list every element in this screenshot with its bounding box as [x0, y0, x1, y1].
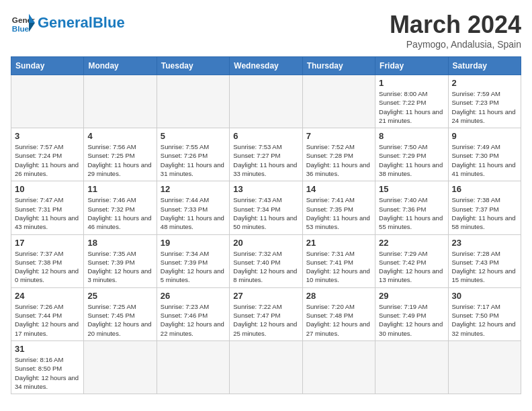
calendar-cell [230, 340, 302, 394]
calendar-cell [302, 340, 375, 394]
day-info: Sunrise: 7:22 AM Sunset: 7:47 PM Dayligh… [233, 302, 298, 338]
day-number: 20 [233, 238, 298, 248]
day-number: 2 [452, 78, 517, 88]
day-info: Sunrise: 7:37 AM Sunset: 7:38 PM Dayligh… [15, 249, 80, 285]
day-number: 30 [452, 291, 517, 301]
day-info: Sunrise: 7:41 AM Sunset: 7:35 PM Dayligh… [306, 195, 371, 231]
day-number: 21 [306, 238, 371, 248]
day-info: Sunrise: 7:43 AM Sunset: 7:34 PM Dayligh… [233, 195, 298, 231]
day-number: 3 [15, 131, 80, 141]
day-number: 27 [233, 291, 298, 301]
col-header-thursday: Thursday [302, 57, 375, 75]
day-number: 8 [379, 131, 444, 141]
calendar-cell [157, 340, 229, 394]
day-info: Sunrise: 7:34 AM Sunset: 7:39 PM Dayligh… [161, 249, 226, 285]
calendar-table: SundayMondayTuesdayWednesdayThursdayFrid… [11, 56, 521, 394]
calendar-cell: 4Sunrise: 7:56 AM Sunset: 7:25 PM Daylig… [84, 128, 157, 181]
logo: General Blue GeneralBlue [11, 11, 125, 35]
calendar-cell [448, 340, 521, 394]
col-header-saturday: Saturday [448, 57, 521, 75]
week-row-3: 17Sunrise: 7:37 AM Sunset: 7:38 PM Dayli… [11, 234, 521, 287]
calendar-cell [230, 75, 302, 128]
day-info: Sunrise: 7:50 AM Sunset: 7:29 PM Dayligh… [379, 142, 444, 178]
calendar-cell: 10Sunrise: 7:47 AM Sunset: 7:31 PM Dayli… [11, 181, 84, 234]
calendar-cell: 8Sunrise: 7:50 AM Sunset: 7:29 PM Daylig… [375, 128, 448, 181]
day-info: Sunrise: 7:52 AM Sunset: 7:28 PM Dayligh… [306, 142, 371, 178]
day-number: 19 [161, 238, 226, 248]
day-info: Sunrise: 7:28 AM Sunset: 7:43 PM Dayligh… [452, 249, 517, 285]
header: General Blue GeneralBlue March 2024 Paym… [11, 11, 521, 50]
day-info: Sunrise: 7:46 AM Sunset: 7:32 PM Dayligh… [87, 195, 152, 231]
day-info: Sunrise: 7:20 AM Sunset: 7:48 PM Dayligh… [306, 302, 371, 338]
day-number: 7 [306, 131, 371, 141]
calendar-cell: 26Sunrise: 7:23 AM Sunset: 7:46 PM Dayli… [157, 287, 229, 340]
day-number: 1 [379, 78, 444, 88]
calendar-cell: 19Sunrise: 7:34 AM Sunset: 7:39 PM Dayli… [157, 234, 229, 287]
day-info: Sunrise: 7:55 AM Sunset: 7:26 PM Dayligh… [161, 142, 226, 178]
day-number: 22 [379, 238, 444, 248]
calendar-cell: 9Sunrise: 7:49 AM Sunset: 7:30 PM Daylig… [448, 128, 521, 181]
day-number: 29 [379, 291, 444, 301]
calendar-cell: 22Sunrise: 7:29 AM Sunset: 7:42 PM Dayli… [375, 234, 448, 287]
day-info: Sunrise: 7:44 AM Sunset: 7:33 PM Dayligh… [161, 195, 226, 231]
day-info: Sunrise: 8:16 AM Sunset: 8:50 PM Dayligh… [15, 355, 80, 391]
day-number: 5 [161, 131, 226, 141]
calendar-cell: 21Sunrise: 7:31 AM Sunset: 7:41 PM Dayli… [302, 234, 375, 287]
col-header-monday: Monday [84, 57, 157, 75]
day-info: Sunrise: 7:56 AM Sunset: 7:25 PM Dayligh… [87, 142, 152, 178]
calendar-cell: 11Sunrise: 7:46 AM Sunset: 7:32 PM Dayli… [84, 181, 157, 234]
calendar-cell: 15Sunrise: 7:40 AM Sunset: 7:36 PM Dayli… [375, 181, 448, 234]
day-number: 28 [306, 291, 371, 301]
day-info: Sunrise: 7:17 AM Sunset: 7:50 PM Dayligh… [452, 302, 517, 338]
calendar-cell: 3Sunrise: 7:57 AM Sunset: 7:24 PM Daylig… [11, 128, 84, 181]
day-number: 9 [452, 131, 517, 141]
week-row-4: 24Sunrise: 7:26 AM Sunset: 7:44 PM Dayli… [11, 287, 521, 340]
calendar-cell: 6Sunrise: 7:53 AM Sunset: 7:27 PM Daylig… [230, 128, 302, 181]
calendar-cell: 20Sunrise: 7:32 AM Sunset: 7:40 PM Dayli… [230, 234, 302, 287]
calendar-cell [84, 340, 157, 394]
day-number: 16 [452, 184, 517, 194]
day-number: 23 [452, 238, 517, 248]
day-info: Sunrise: 8:00 AM Sunset: 7:22 PM Dayligh… [379, 89, 444, 125]
calendar-cell: 2Sunrise: 7:59 AM Sunset: 7:23 PM Daylig… [448, 75, 521, 128]
logo-text: GeneralBlue [38, 15, 125, 31]
svg-marker-3 [29, 23, 35, 32]
day-number: 13 [233, 184, 298, 194]
location-subtitle: Paymogo, Andalusia, Spain [390, 39, 521, 50]
day-info: Sunrise: 7:26 AM Sunset: 7:44 PM Dayligh… [15, 302, 80, 338]
calendar-cell [11, 75, 84, 128]
day-info: Sunrise: 7:57 AM Sunset: 7:24 PM Dayligh… [15, 142, 80, 178]
day-number: 14 [306, 184, 371, 194]
day-info: Sunrise: 7:35 AM Sunset: 7:39 PM Dayligh… [87, 249, 152, 285]
day-info: Sunrise: 7:59 AM Sunset: 7:23 PM Dayligh… [452, 89, 517, 125]
day-info: Sunrise: 7:23 AM Sunset: 7:46 PM Dayligh… [161, 302, 226, 338]
week-row-5: 31Sunrise: 8:16 AM Sunset: 8:50 PM Dayli… [11, 340, 521, 394]
calendar-cell: 28Sunrise: 7:20 AM Sunset: 7:48 PM Dayli… [302, 287, 375, 340]
calendar-cell: 16Sunrise: 7:38 AM Sunset: 7:37 PM Dayli… [448, 181, 521, 234]
calendar-cell [302, 75, 375, 128]
svg-text:Blue: Blue [12, 24, 30, 33]
day-info: Sunrise: 7:19 AM Sunset: 7:49 PM Dayligh… [379, 302, 444, 338]
title-area: March 2024 Paymogo, Andalusia, Spain [390, 11, 521, 50]
calendar-cell: 14Sunrise: 7:41 AM Sunset: 7:35 PM Dayli… [302, 181, 375, 234]
day-number: 24 [15, 291, 80, 301]
logo-icon: General Blue [11, 11, 35, 35]
day-number: 15 [379, 184, 444, 194]
calendar-cell: 7Sunrise: 7:52 AM Sunset: 7:28 PM Daylig… [302, 128, 375, 181]
day-number: 6 [233, 131, 298, 141]
col-header-wednesday: Wednesday [230, 57, 302, 75]
col-header-tuesday: Tuesday [157, 57, 229, 75]
day-number: 31 [15, 344, 80, 354]
day-info: Sunrise: 7:53 AM Sunset: 7:27 PM Dayligh… [233, 142, 298, 178]
day-number: 26 [161, 291, 226, 301]
day-info: Sunrise: 7:32 AM Sunset: 7:40 PM Dayligh… [233, 249, 298, 285]
day-number: 11 [87, 184, 152, 194]
calendar-cell [157, 75, 229, 128]
week-row-2: 10Sunrise: 7:47 AM Sunset: 7:31 PM Dayli… [11, 181, 521, 234]
day-info: Sunrise: 7:47 AM Sunset: 7:31 PM Dayligh… [15, 195, 80, 231]
day-info: Sunrise: 7:29 AM Sunset: 7:42 PM Dayligh… [379, 249, 444, 285]
calendar-cell [375, 340, 448, 394]
calendar-header: SundayMondayTuesdayWednesdayThursdayFrid… [11, 57, 521, 75]
day-info: Sunrise: 7:38 AM Sunset: 7:37 PM Dayligh… [452, 195, 517, 231]
day-info: Sunrise: 7:40 AM Sunset: 7:36 PM Dayligh… [379, 195, 444, 231]
